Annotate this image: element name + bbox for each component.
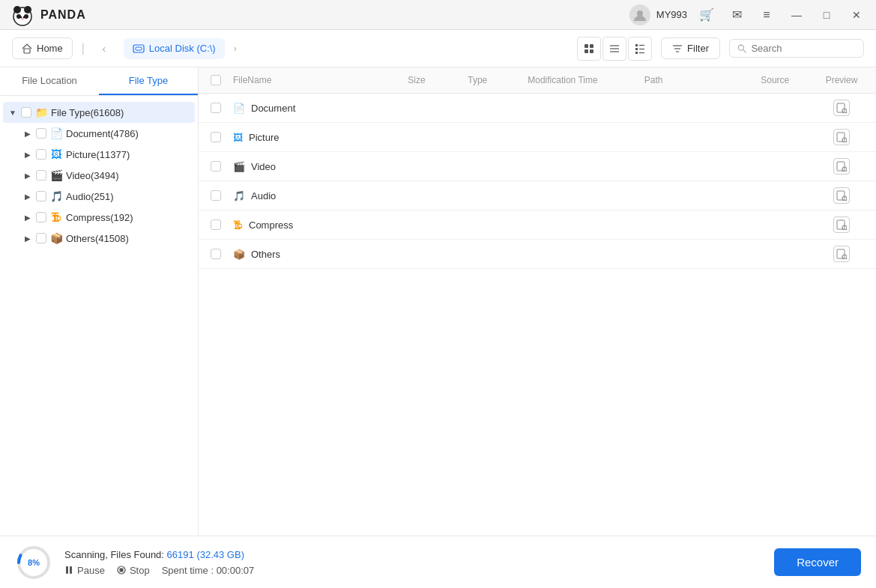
nav-back-button[interactable]: ‹: [94, 38, 115, 59]
table-row[interactable]: 🖼 Picture: [199, 123, 876, 152]
tree-root-label: File Type(61608): [51, 107, 190, 118]
list-view-button[interactable]: [628, 37, 652, 61]
svg-rect-33: [837, 133, 845, 142]
row-document-name: Document: [251, 103, 295, 114]
row-others-icon: 📦: [233, 249, 245, 260]
recover-button[interactable]: Recover: [774, 548, 861, 576]
stop-button[interactable]: Stop: [117, 565, 150, 576]
main-content: File Location File Type ▼ 📁 File Type(61…: [0, 67, 876, 536]
row-others-name: Others: [251, 249, 280, 260]
video-icon: 🎬: [49, 169, 63, 182]
svg-rect-42: [837, 220, 845, 229]
user-area: MY993: [629, 4, 687, 25]
tree-item-video[interactable]: ▶ 🎬 Video(3494): [18, 165, 195, 186]
col-header-modtime: Modification Time: [528, 75, 644, 85]
tab-file-type[interactable]: File Type: [99, 67, 198, 95]
progress-circle: 8%: [15, 544, 52, 581]
svg-rect-10: [133, 45, 144, 52]
svg-line-47: [846, 258, 847, 259]
mail-icon[interactable]: ✉: [726, 4, 747, 25]
minimize-button[interactable]: —: [786, 4, 807, 25]
col-header-preview: Preview: [819, 75, 864, 85]
compress-checkbox[interactable]: [36, 212, 46, 222]
row-checkbox-picture[interactable]: [211, 132, 221, 142]
col-header-path: Path: [644, 75, 761, 85]
svg-rect-50: [66, 566, 68, 574]
svg-rect-23: [635, 52, 638, 54]
svg-line-35: [846, 142, 847, 142]
preview-button-others[interactable]: [833, 246, 850, 262]
row-checkbox-video[interactable]: [211, 161, 221, 172]
preview-button-video[interactable]: [833, 158, 850, 175]
audio-checkbox[interactable]: [36, 191, 46, 201]
svg-point-28: [738, 45, 743, 50]
svg-rect-9: [24, 49, 30, 53]
picture-checkbox[interactable]: [36, 149, 46, 160]
tree-root-item[interactable]: ▼ 📁 File Type(61608): [3, 102, 195, 123]
compress-label: Compress(192): [66, 212, 190, 223]
table-row[interactable]: 🎬 Video: [199, 152, 876, 181]
others-icon: 📦: [49, 231, 63, 245]
filter-button[interactable]: Filter: [661, 37, 720, 59]
row-checkbox-compress[interactable]: [211, 219, 221, 230]
menu-icon[interactable]: ≡: [756, 4, 777, 25]
col-header-size: Size: [408, 75, 468, 85]
tree-item-compress[interactable]: ▶ 🗜 Compress(192): [18, 207, 195, 228]
header-checkbox-cell: [211, 75, 233, 85]
audio-icon: 🎵: [49, 190, 63, 203]
preview-button-compress[interactable]: [833, 216, 850, 233]
list-icon: [635, 43, 645, 54]
table-row[interactable]: 📦 Others: [199, 240, 876, 269]
home-button[interactable]: Home: [12, 37, 73, 59]
home-icon: [22, 43, 32, 54]
document-checkbox[interactable]: [36, 128, 46, 139]
folder-icon: 📁: [34, 106, 48, 119]
row-video-name: Video: [251, 161, 276, 172]
nav-location-disk[interactable]: Local Disk (C:\): [124, 38, 225, 59]
video-checkbox[interactable]: [36, 170, 46, 181]
svg-line-41: [846, 200, 847, 201]
svg-rect-36: [837, 162, 845, 171]
row-checkbox-document[interactable]: [211, 103, 221, 113]
close-button[interactable]: ✕: [846, 4, 867, 25]
pause-button[interactable]: Pause: [64, 565, 105, 576]
svg-rect-19: [635, 44, 638, 46]
select-all-checkbox[interactable]: [211, 75, 221, 85]
grid-view-button[interactable]: [577, 37, 601, 61]
tree-item-others[interactable]: ▶ 📦 Others(41508): [18, 228, 195, 249]
others-checkbox[interactable]: [36, 233, 46, 243]
sidebar: File Location File Type ▼ 📁 File Type(61…: [0, 67, 199, 536]
row-checkbox-others[interactable]: [211, 249, 221, 259]
svg-point-1: [13, 6, 21, 13]
audio-chevron: ▶: [22, 191, 33, 201]
picture-icon: 🖼: [49, 148, 63, 161]
document-chevron: ▶: [22, 128, 33, 139]
cart-icon[interactable]: 🛒: [696, 4, 717, 25]
status-controls: Pause Stop Spent time : 00:00:07: [64, 565, 762, 576]
search-input[interactable]: [751, 43, 856, 54]
preview-button-document[interactable]: [833, 100, 850, 116]
tree-item-audio[interactable]: ▶ 🎵 Audio(251): [18, 186, 195, 207]
spent-time-text: Spent time : 00:00:07: [162, 565, 255, 576]
table-row[interactable]: 🎵 Audio: [199, 181, 876, 210]
tree-item-document[interactable]: ▶ 📄 Document(4786): [18, 123, 195, 144]
table-row[interactable]: 🗜 Compress: [199, 210, 876, 240]
row-checkbox-audio[interactable]: [211, 190, 221, 201]
preview-button-picture[interactable]: [833, 129, 850, 145]
others-label: Others(41508): [66, 233, 190, 244]
tree-item-picture[interactable]: ▶ 🖼 Picture(11377): [18, 144, 195, 165]
row-compress-name: Compress: [249, 219, 293, 231]
preview-button-audio[interactable]: [833, 187, 850, 204]
maximize-button[interactable]: □: [816, 4, 837, 25]
title-bar-right: MY993 🛒 ✉ ≡ — □ ✕: [629, 4, 867, 25]
tree-root-checkbox[interactable]: [21, 107, 31, 118]
scanning-label: Scanning, Files Found:: [64, 549, 164, 560]
pause-label: Pause: [77, 565, 105, 576]
tab-file-location[interactable]: File Location: [0, 67, 99, 95]
svg-rect-12: [584, 44, 588, 48]
status-info: Scanning, Files Found: 66191 (32.43 GB) …: [64, 549, 762, 576]
detail-view-button[interactable]: [602, 37, 626, 61]
search-box[interactable]: [729, 39, 864, 58]
svg-rect-51: [70, 566, 72, 574]
table-row[interactable]: 📄 Document: [199, 94, 876, 123]
